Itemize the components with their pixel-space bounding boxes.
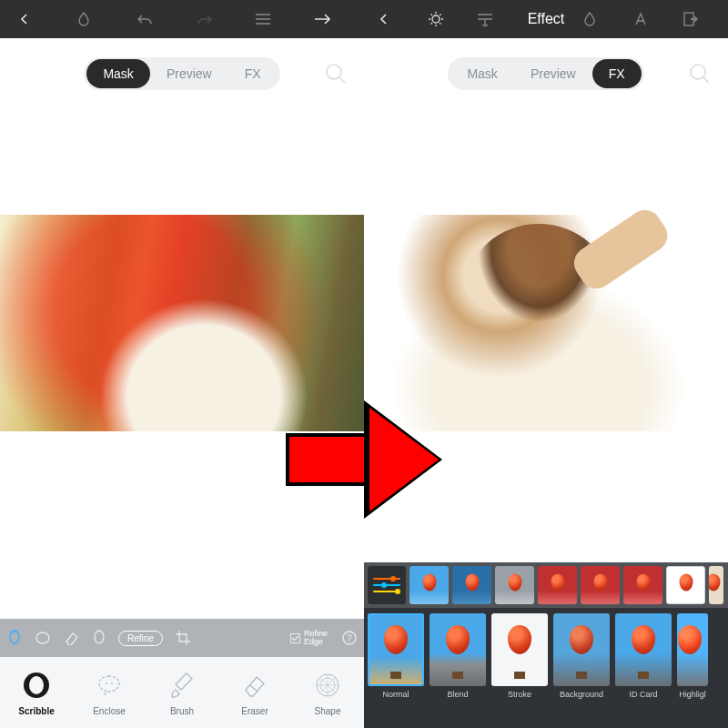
effect-stroke[interactable]	[491, 613, 548, 686]
effect-label: ID Card	[615, 690, 672, 699]
enclose-mode-icon[interactable]	[35, 630, 51, 646]
tab-fx[interactable]: FX	[592, 59, 642, 88]
scribble-icon	[21, 670, 52, 701]
effect-label: Background	[553, 690, 610, 699]
magnify-icon[interactable]	[324, 62, 348, 86]
forward-icon[interactable]	[315, 14, 346, 25]
refine-figure-icon[interactable]	[93, 630, 106, 646]
help-icon[interactable]: ?	[342, 631, 357, 645]
effect-normal[interactable]	[368, 613, 424, 686]
undo-icon[interactable]	[136, 13, 167, 25]
list-icon[interactable]	[256, 14, 287, 25]
adjust-sliders-button[interactable]	[368, 566, 406, 604]
svg-text:?: ?	[347, 633, 352, 643]
effect-background[interactable]	[553, 613, 610, 686]
left-tool-tabs: Scribble Enclose Brush Eraser Shape	[0, 657, 364, 728]
refine-button[interactable]: Refine	[118, 631, 163, 646]
tab-preview[interactable]: Preview	[514, 59, 592, 88]
preset-thumb[interactable]	[666, 566, 705, 604]
export-icon[interactable]	[683, 12, 714, 26]
effect-blend[interactable]	[430, 613, 486, 686]
text-icon[interactable]	[633, 12, 664, 26]
tool-label: Brush	[170, 706, 194, 716]
sort-icon[interactable]	[478, 12, 509, 26]
effect-title: Effect	[528, 11, 565, 27]
brush-icon	[167, 670, 197, 701]
opacity-icon[interactable]	[583, 12, 614, 26]
magnify-icon[interactable]	[688, 62, 712, 86]
tool-label: Enclose	[93, 706, 126, 716]
effect-idcard[interactable]	[615, 613, 672, 686]
tool-shape[interactable]: Shape	[291, 657, 364, 728]
preset-thumb[interactable]	[538, 566, 577, 604]
svg-point-7	[111, 682, 113, 684]
brightness-icon[interactable]	[428, 11, 459, 27]
effect-row: Normal Blend Stroke Background ID Card H…	[364, 608, 728, 728]
tab-mask[interactable]: Mask	[450, 59, 513, 88]
tool-label: Shape	[315, 706, 341, 716]
preset-thumb[interactable]	[581, 566, 620, 604]
preset-thumb[interactable]	[623, 566, 662, 604]
shape-icon	[312, 670, 343, 701]
effect-label: Normal	[368, 690, 424, 699]
red-arrow-annotation	[286, 400, 450, 519]
tool-eraser[interactable]: Eraser	[218, 657, 291, 728]
svg-point-0	[327, 65, 341, 79]
svg-point-6	[106, 682, 107, 684]
refine-edge-label: Refine Edge	[304, 630, 329, 646]
tool-label: Eraser	[241, 706, 268, 716]
left-screen: Mask Preview FX Refine Refine Edge	[0, 0, 364, 728]
effect-label: Highligl	[677, 690, 708, 699]
tab-mask[interactable]: Mask	[86, 59, 149, 88]
left-segmented-control: Mask Preview FX	[84, 57, 279, 90]
preset-thumb[interactable]	[495, 566, 534, 604]
back-icon[interactable]	[18, 13, 49, 25]
left-topbar	[0, 0, 364, 38]
tool-scribble[interactable]: Scribble	[0, 657, 73, 728]
right-seg-row: Mask Preview FX	[364, 38, 728, 109]
crop-icon[interactable]	[176, 631, 190, 645]
enclose-icon	[94, 670, 125, 701]
tab-preview[interactable]: Preview	[150, 59, 228, 88]
tool-brush[interactable]: Brush	[146, 657, 218, 728]
right-screen: Effect Mask Preview FX	[364, 0, 728, 728]
preset-thumb[interactable]	[410, 566, 449, 604]
left-seg-row: Mask Preview FX	[0, 38, 364, 109]
scribble-mode-icon[interactable]	[7, 630, 22, 646]
cutout-subject	[375, 215, 703, 431]
preset-thumb[interactable]	[709, 566, 723, 604]
tool-label: Scribble	[18, 706, 54, 716]
left-canvas-masked-photo[interactable]	[0, 215, 364, 431]
right-segmented-control: Mask Preview FX	[448, 57, 643, 90]
preset-small-row	[364, 562, 728, 608]
redo-icon[interactable]	[197, 13, 228, 25]
left-tool-strip: Refine Refine Edge ?	[0, 619, 364, 657]
eraser-icon	[239, 670, 270, 701]
right-canvas-cutout[interactable]	[364, 215, 728, 431]
tool-enclose[interactable]: Enclose	[73, 657, 146, 728]
back-icon[interactable]	[378, 13, 409, 25]
svg-point-1	[36, 632, 49, 643]
effect-label: Blend	[430, 690, 486, 699]
erase-mode-icon[interactable]	[64, 631, 80, 645]
refine-edge-checkbox[interactable]: Refine Edge	[290, 630, 329, 646]
svg-point-12	[691, 65, 705, 79]
right-topbar: Effect	[364, 0, 728, 38]
effect-highlight[interactable]	[677, 613, 708, 686]
effect-label: Stroke	[491, 690, 548, 699]
preset-thumb[interactable]	[452, 566, 491, 604]
opacity-icon[interactable]	[77, 12, 108, 26]
svg-point-10	[432, 15, 440, 23]
tab-fx[interactable]: FX	[228, 59, 278, 88]
